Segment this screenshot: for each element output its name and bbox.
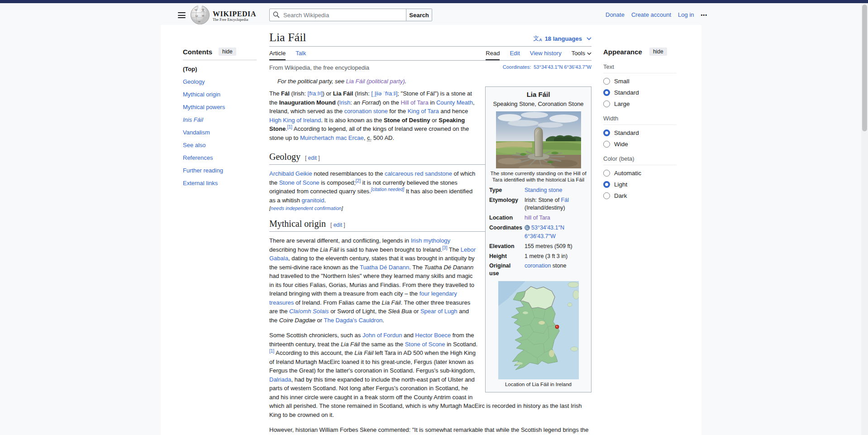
radio-dark[interactable]: Dark — [603, 192, 683, 199]
wiki-link[interactable]: Dalriada — [269, 376, 291, 383]
tab-tools[interactable]: Tools — [572, 48, 591, 60]
wiki-link[interactable]: Hector Boece — [415, 332, 451, 339]
donate-link[interactable]: Donate — [606, 11, 625, 18]
radio-checked-icon[interactable] — [603, 129, 610, 136]
wiki-link[interactable]: Stone of Scone — [405, 341, 445, 348]
radio-wide[interactable]: Wide — [603, 141, 683, 148]
sidebar-item-inis-f-il[interactable]: Inis Fáil — [183, 115, 273, 124]
wiki-link[interactable]: coronation stone — [344, 108, 387, 115]
wiki-link[interactable]: Fál — [561, 197, 569, 203]
wiki-link[interactable]: granitoid — [302, 197, 324, 204]
tab-view-history[interactable]: View history — [530, 48, 562, 60]
languages-button[interactable]: 文A 18 languages — [533, 34, 591, 44]
lia-fail-photo[interactable] — [496, 111, 581, 168]
sidebar-link[interactable]: External links — [183, 180, 218, 186]
radio-standard[interactable]: Standard — [603, 129, 683, 136]
radio-unchecked-icon[interactable] — [603, 170, 610, 177]
reference-link[interactable]: [1] — [287, 124, 292, 129]
reference-link[interactable]: [2] — [356, 178, 361, 183]
wiki-link[interactable]: Archibald Geikie — [269, 170, 312, 177]
sidebar-item-mythical-powers[interactable]: Mythical powers — [183, 103, 273, 112]
reference-link[interactable]: [1] — [269, 349, 274, 354]
radio-checked-icon[interactable] — [603, 181, 610, 188]
wiki-link[interactable]: John of Fordun — [362, 332, 402, 339]
scrollbar-thumb[interactable] — [862, 5, 867, 131]
wiki-link[interactable]: [fˠaːlˠ] — [308, 90, 323, 97]
wiki-link[interactable]: four legendary treasures — [269, 290, 457, 306]
radio-small[interactable]: Small — [603, 78, 683, 85]
wikipedia-logo[interactable]: W 文 Ω И ω WIKIPEDIA The Free Encyclopedi… — [190, 5, 256, 25]
wiki-link[interactable]: Lia Fáil (political party) — [346, 78, 405, 85]
wiki-link[interactable]: Irish — [339, 99, 351, 106]
wiki-link[interactable]: calcareous red sandstone — [385, 170, 452, 177]
sidebar-link[interactable]: References — [183, 154, 213, 161]
appearance-group-label: Text — [603, 63, 677, 73]
wiki-link[interactable]: Claíomh Solais — [289, 308, 329, 315]
coordinates-value[interactable]: 53°34′43.1″N 6°36′43.7″W — [534, 64, 591, 70]
wiki-link[interactable]: High King of Ireland — [269, 117, 321, 124]
tab-article[interactable]: Article — [269, 48, 286, 60]
radio-unchecked-icon[interactable] — [603, 192, 610, 199]
infobox: Lia Fáil Speaking Stone, Coronation Ston… — [485, 86, 591, 392]
search-button[interactable]: Search — [406, 9, 432, 21]
sidebar-link[interactable]: Mythical powers — [183, 104, 225, 110]
wiki-link[interactable]: Irish mythology — [411, 237, 450, 244]
article: Lia Fáil 文A 18 languages ArticleTalk Rea… — [269, 30, 591, 435]
sidebar-item--top-[interactable]: (Top) — [183, 65, 273, 74]
radio-light[interactable]: Light — [603, 181, 683, 188]
sidebar-item-references[interactable]: References — [183, 153, 273, 163]
edit-link[interactable]: edit — [308, 155, 317, 161]
wiki-link[interactable]: Spear of Lugh — [420, 308, 458, 315]
ireland-location-map[interactable] — [498, 281, 579, 379]
appearance-hide-button[interactable]: hide — [649, 48, 667, 56]
wiki-link[interactable]: Standing stone — [525, 187, 562, 193]
tab-talk[interactable]: Talk — [296, 48, 306, 60]
main-menu-icon[interactable] — [178, 12, 186, 18]
radio-checked-icon[interactable] — [603, 89, 610, 96]
sidebar-item-geology[interactable]: Geology — [183, 77, 273, 86]
wiki-link[interactable]: needs independent confirmation — [271, 206, 342, 211]
edit-link[interactable]: edit — [334, 222, 342, 228]
wiki-link[interactable]: The Dagda's Cauldron — [324, 317, 382, 324]
edit-section-link: [ edit ] — [305, 155, 320, 161]
wiki-link[interactable]: Muirchertach mac Ercae — [300, 134, 364, 141]
tab-edit[interactable]: Edit — [510, 48, 520, 60]
sidebar-item-mythical-origin[interactable]: Mythical origin — [183, 90, 273, 99]
coordinates-line[interactable]: Coordinates: 53°34′43.1″N 6°36′43.7″W — [503, 64, 591, 71]
wiki-link[interactable]: Tuatha Dé Danann — [360, 264, 409, 271]
wiki-link[interactable]: hill of Tara — [525, 215, 550, 221]
wiki-link[interactable]: [ˌl̠ʲiə ˈfˠaːlʲ] — [371, 90, 397, 97]
wiki-link[interactable]: Stone of Scone — [279, 179, 320, 186]
sidebar-item-further-reading[interactable]: Further reading — [183, 166, 273, 175]
reference-link[interactable]: [3] — [442, 245, 447, 250]
sidebar-link[interactable]: See also — [183, 142, 206, 148]
reference-link[interactable]: [citation needed] — [371, 187, 404, 192]
wiki-link[interactable]: King of Tara — [408, 108, 439, 115]
radio-large[interactable]: Large — [603, 100, 683, 107]
contents-hide-button[interactable]: hide — [219, 48, 236, 56]
tab-read[interactable]: Read — [486, 48, 500, 60]
sidebar-link[interactable]: Further reading — [183, 167, 223, 174]
sidebar-item-external-links[interactable]: External links — [183, 179, 273, 188]
radio-automatic[interactable]: Automatic — [603, 170, 683, 177]
sidebar-item-vandalism[interactable]: Vandalism — [183, 128, 273, 137]
wiki-link[interactable]: coronation — [525, 263, 551, 269]
sidebar-link[interactable]: Geology — [183, 78, 205, 85]
sidebar-link[interactable]: Inis Fáil — [183, 116, 203, 123]
sidebar-item-see-also[interactable]: See also — [183, 141, 273, 150]
radio-unchecked-icon[interactable] — [603, 100, 610, 107]
sidebar-link[interactable]: Vandalism — [183, 129, 210, 136]
sidebar-link[interactable]: Mythical origin — [183, 91, 220, 98]
search-input[interactable] — [269, 9, 406, 21]
radio-unchecked-icon[interactable] — [603, 78, 610, 85]
wiki-link[interactable]: 53°34′43.1″N 6°36′43.7″W — [525, 225, 564, 239]
radio-unchecked-icon[interactable] — [603, 141, 610, 148]
radio-standard[interactable]: Standard — [603, 89, 683, 96]
log-in-link[interactable]: Log in — [678, 11, 694, 18]
wiki-link[interactable]: County Meath — [436, 99, 473, 106]
more-options-icon[interactable]: ••• — [701, 12, 708, 18]
create-account-link[interactable]: Create account — [631, 11, 671, 18]
hatnote: For the political party, see Lia Fáil (p… — [277, 78, 591, 85]
coordinates-label[interactable]: Coordinates: — [503, 64, 532, 70]
wiki-link[interactable]: Hill of Tara — [401, 99, 428, 106]
